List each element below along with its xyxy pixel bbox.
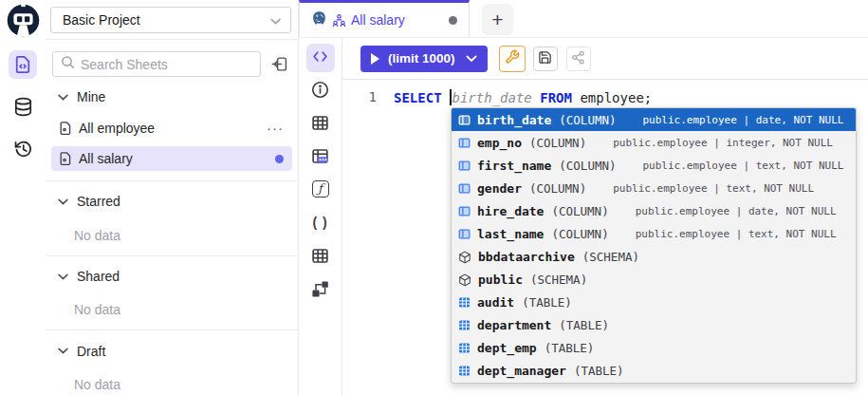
- autocomplete-item[interactable]: last_name (COLUMN) public.employee | tex…: [452, 222, 856, 245]
- autocomplete-item[interactable]: bbdataarchive (SCHEMA): [452, 245, 856, 268]
- tab-bar: All salary +: [299, 0, 868, 38]
- column-icon: [458, 182, 471, 195]
- autocomplete-item[interactable]: birth_date (COLUMN) public.employee | da…: [452, 108, 856, 131]
- divider: [46, 255, 298, 256]
- item-menu-icon[interactable]: ···: [267, 123, 284, 133]
- format-wrench-button[interactable]: [499, 46, 526, 72]
- project-selector[interactable]: Basic Project: [50, 7, 291, 33]
- bytebase-logo-icon[interactable]: [7, 4, 40, 37]
- autocomplete-item[interactable]: dept_manager (TABLE): [452, 360, 856, 383]
- autocomplete-item[interactable]: public (SCHEMA): [452, 269, 856, 292]
- tab-label: All salary: [351, 12, 449, 28]
- chevron-down-icon: [58, 198, 68, 205]
- table-icon: [458, 296, 471, 309]
- chevron-down-icon: [58, 348, 68, 354]
- empty-placeholder: No data: [46, 377, 298, 392]
- search-sheets-input[interactable]: [81, 57, 252, 72]
- editor-toolbar: (limit 1000): [342, 38, 868, 80]
- autocomplete-item[interactable]: hire_date (COLUMN) public.employee | dat…: [452, 199, 856, 222]
- tab-dirty-dot: [449, 16, 457, 25]
- chevron-down-icon: [58, 94, 68, 101]
- sheet-item-label: All salary: [79, 151, 275, 166]
- empty-placeholder: No data: [46, 228, 298, 243]
- ghost-completion-text: birth_date: [452, 90, 532, 105]
- info-icon[interactable]: [311, 80, 329, 99]
- sheet-file-icon: [13, 55, 32, 74]
- section-label: Starred: [77, 194, 120, 209]
- function-icon[interactable]: ƒ: [312, 179, 329, 198]
- shared-users-icon: [332, 13, 346, 28]
- sheet-file-icon: [58, 151, 73, 166]
- table-grid-icon[interactable]: [311, 113, 329, 132]
- divider: [46, 329, 298, 330]
- text-cursor: [450, 89, 452, 105]
- table-data-highlight-icon[interactable]: [311, 146, 329, 165]
- autocomplete-item[interactable]: department (TABLE): [452, 314, 856, 337]
- left-icon-rail: [0, 0, 46, 395]
- main-area: All salary +: [299, 0, 868, 395]
- run-button-label: (limit 1000): [388, 51, 455, 66]
- section-header-shared[interactable]: Shared: [46, 267, 298, 287]
- save-button[interactable]: [533, 47, 558, 71]
- section-header-mine[interactable]: Mine: [46, 87, 298, 107]
- parentheses-icon[interactable]: ( ): [312, 213, 327, 232]
- column-icon: [458, 160, 471, 172]
- history-nav-button[interactable]: [9, 134, 37, 162]
- editor-icon-rail: ƒ ( ): [299, 38, 342, 395]
- run-query-button[interactable]: (limit 1000): [360, 46, 488, 72]
- search-row: [46, 40, 298, 77]
- sheets-nav-button[interactable]: [9, 50, 37, 79]
- project-selector-value: Basic Project: [63, 12, 270, 28]
- sql-editor-app: Basic Project: [0, 0, 868, 395]
- sheets-sidebar: Basic Project: [46, 0, 299, 395]
- table-grid-icon[interactable]: [311, 246, 329, 265]
- autocomplete-item[interactable]: dept_emp (TABLE): [452, 337, 856, 360]
- database-nav-button[interactable]: [9, 92, 37, 121]
- section-label: Mine: [77, 89, 105, 104]
- collapse-sidebar-icon[interactable]: [268, 53, 290, 76]
- line-number: 1: [342, 89, 377, 104]
- sheet-item-all-salary[interactable]: All salary: [51, 146, 292, 171]
- table-icon: [458, 365, 471, 377]
- editor-body: ƒ ( ): [299, 38, 868, 395]
- column-icon: [458, 137, 471, 149]
- schema-icon: [458, 273, 471, 287]
- section-header-starred[interactable]: Starred: [46, 192, 298, 212]
- chevron-down-icon: [270, 11, 281, 28]
- new-tab-button[interactable]: +: [482, 4, 513, 35]
- autocomplete-item[interactable]: gender (COLUMN) public.employee | text, …: [452, 177, 856, 199]
- sql-keyword: FROM: [540, 90, 572, 105]
- autocomplete-item[interactable]: emp_no (COLUMN) public.employee | intege…: [452, 131, 856, 154]
- code-tail: employee;: [572, 90, 652, 105]
- chevron-down-icon: [58, 273, 68, 280]
- play-icon: [371, 53, 379, 65]
- code-view-button[interactable]: [306, 44, 335, 72]
- save-floppy-icon: [538, 50, 552, 67]
- section-label: Draft: [77, 344, 105, 359]
- share-icon: [571, 50, 585, 67]
- sheet-item-all-employee[interactable]: All employee ···: [51, 116, 292, 141]
- sql-keyword: SELECT: [394, 90, 442, 105]
- column-icon: [458, 205, 471, 217]
- section-label: Shared: [77, 269, 120, 284]
- table-icon: [458, 342, 471, 354]
- search-box[interactable]: [52, 51, 261, 77]
- code-line-1: 1 SELECT birth_date FROM employee;: [342, 87, 868, 106]
- schema-icon: [458, 251, 471, 264]
- divider: [46, 180, 298, 181]
- schema-diagram-icon[interactable]: [311, 279, 329, 298]
- sql-code-editor[interactable]: 1 SELECT birth_date FROM employee; birth…: [342, 80, 868, 395]
- autocomplete-item[interactable]: first_name (COLUMN) public.employee | te…: [452, 154, 856, 177]
- database-icon: [13, 97, 33, 117]
- share-button[interactable]: [566, 47, 591, 71]
- code-text: SELECT birth_date FROM employee;: [394, 89, 652, 105]
- search-icon: [61, 55, 75, 73]
- autocomplete-item[interactable]: audit (TABLE): [452, 292, 856, 314]
- tab-all-salary[interactable]: All salary: [299, 0, 470, 37]
- autocomplete-popup: birth_date (COLUMN) public.employee | da…: [451, 107, 857, 384]
- column-icon: [458, 228, 471, 240]
- section-header-draft[interactable]: Draft: [46, 341, 298, 361]
- unsaved-dot-indicator: [275, 155, 284, 163]
- table-icon: [458, 319, 471, 331]
- wrench-icon: [505, 49, 520, 67]
